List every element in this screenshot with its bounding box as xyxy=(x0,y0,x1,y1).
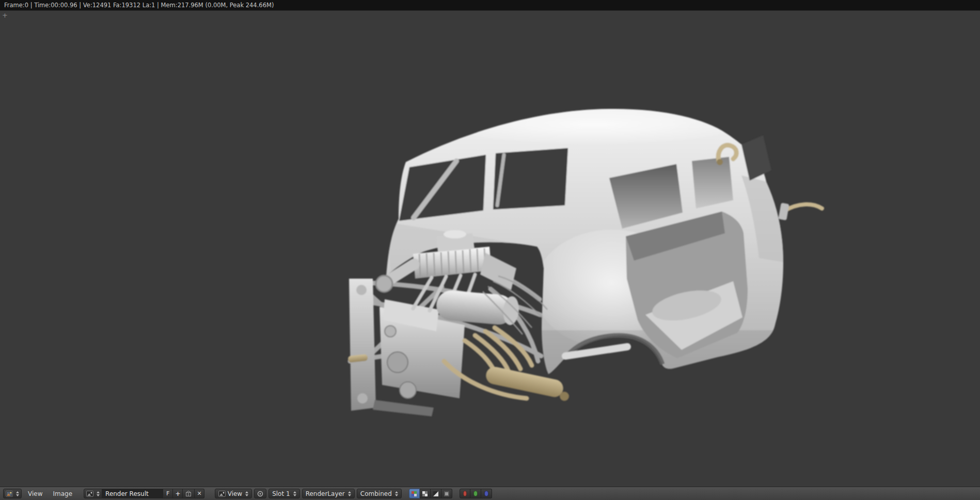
image-datablock: Render Result F + ✕ xyxy=(84,489,204,498)
render-slot-dropdown[interactable]: Slot 1 xyxy=(268,489,299,498)
pack-image-icon xyxy=(185,490,192,497)
pin-circle-icon xyxy=(257,490,264,497)
pin-button[interactable] xyxy=(254,489,266,498)
view-mode-label: View xyxy=(228,490,242,497)
image-editor-icon xyxy=(6,490,13,497)
close-x-icon: ✕ xyxy=(197,491,201,496)
render-pass-label: Combined xyxy=(360,490,392,497)
chevron-updown-icon xyxy=(395,491,398,496)
rgba-checker-icon xyxy=(412,491,417,496)
region-corner-widget[interactable]: + xyxy=(2,12,8,19)
chevron-updown-icon xyxy=(245,491,248,496)
render-pass-dropdown[interactable]: Combined xyxy=(357,489,402,498)
rgb-channel-buttons xyxy=(460,489,492,498)
blue-circle-icon xyxy=(484,491,488,496)
chevron-updown-icon xyxy=(348,491,351,496)
render-slot-label: Slot 1 xyxy=(272,490,290,497)
pack-image-button[interactable] xyxy=(183,489,195,498)
color-toggle[interactable] xyxy=(420,489,431,498)
image-editor-header: View Image Render Result F xyxy=(0,487,980,500)
red-circle-icon xyxy=(463,491,467,496)
blender-window: Frame:0 | Time:00:00.96 | Ve:12491 Fa:19… xyxy=(0,0,980,500)
image-editor-viewport[interactable]: + xyxy=(0,11,980,487)
blue-channel-button[interactable] xyxy=(481,489,492,498)
render-stats-text: Frame:0 | Time:00:00.96 | Ve:12491 Fa:19… xyxy=(4,2,274,9)
zbuffer-toggle[interactable] xyxy=(441,489,452,498)
render-info-bar: Frame:0 | Time:00:00.96 | Ve:12491 Fa:19… xyxy=(0,0,980,11)
image-browse-icon xyxy=(86,490,93,497)
fake-user-button[interactable]: F xyxy=(163,489,173,498)
render-layer-label: RenderLayer xyxy=(306,490,345,497)
new-image-button[interactable]: + xyxy=(173,489,183,498)
chevron-updown-icon xyxy=(293,491,296,496)
rgb-checker-icon xyxy=(422,491,428,496)
color-alpha-toggle[interactable] xyxy=(409,489,420,498)
chevron-updown-icon xyxy=(16,491,19,496)
render-result-image xyxy=(0,11,980,487)
editor-type-selector[interactable] xyxy=(3,489,22,498)
green-circle-icon xyxy=(473,491,478,496)
image-icon xyxy=(218,490,226,497)
image-name-value: Render Result xyxy=(105,490,149,497)
image-name-field[interactable]: Render Result xyxy=(102,489,163,498)
render-layer-dropdown[interactable]: RenderLayer xyxy=(302,489,355,498)
draw-channel-toggles xyxy=(409,489,452,498)
unlink-image-button[interactable]: ✕ xyxy=(195,489,204,498)
image-browse-button[interactable] xyxy=(84,489,102,498)
z-buffer-icon xyxy=(443,490,450,497)
menu-image[interactable]: Image xyxy=(49,490,76,497)
plus-icon: + xyxy=(175,491,180,497)
alpha-toggle[interactable] xyxy=(431,489,441,498)
red-channel-button[interactable] xyxy=(460,489,470,498)
chevron-updown-icon xyxy=(97,491,100,496)
alpha-diagonal-icon xyxy=(432,490,439,497)
menu-view[interactable]: View xyxy=(24,490,46,497)
green-channel-button[interactable] xyxy=(470,489,481,498)
view-mode-dropdown[interactable]: View xyxy=(215,489,252,498)
